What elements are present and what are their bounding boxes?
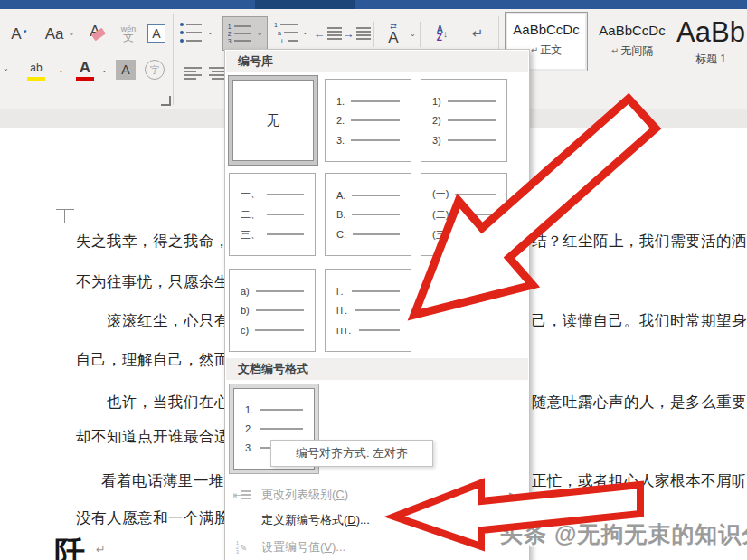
doc-line: 自己，理解自己，然而 [76, 350, 230, 370]
multilevel-list-button[interactable]: 1 a i [273, 20, 298, 45]
doc-line: 随意吐露心声的人，是多么重要！ [532, 393, 747, 413]
menu-item-set-numbering-value[interactable]: 123 ✎ 设置编号值(V)... [226, 536, 528, 559]
doc-line: 结？红尘陌上，我们需要活的洒 [532, 232, 747, 252]
separator [374, 22, 374, 47]
return-mark-icon: ↵ [531, 45, 538, 55]
numbering-cell-chinese-paren[interactable]: (一) (二) (三) [421, 173, 507, 256]
chevron-down-icon[interactable]: ⌄ [207, 29, 213, 36]
change-case-icon: Aa [45, 26, 64, 42]
text-highlight-icon: ab [30, 62, 42, 74]
word-window: A ▾ Aa ⌄ A wén 文 A ⌄ ab ⌄ A ⌄ [0, 0, 747, 560]
style-name: 标题 1 [695, 52, 726, 67]
menu-item-define-new-number-format[interactable]: 定义新编号格式(D)... [226, 508, 528, 532]
chevron-down-icon: ⌄ [69, 30, 75, 37]
separator [33, 24, 33, 47]
font-color-icon: A [80, 60, 90, 75]
chevron-down-icon[interactable]: ⌄ [58, 67, 64, 74]
title-bar [0, 0, 747, 9]
clear-formatting-button[interactable]: A [83, 20, 114, 47]
numbering-cell-lower-paren[interactable]: a) b) c) [229, 269, 316, 352]
active-ribbon-tab-highlight[interactable] [255, 0, 355, 9]
font-color-bar [76, 77, 94, 81]
margin-corner-mark [64, 209, 65, 223]
group-separator [173, 14, 174, 105]
style-card-no-spacing[interactable]: AaBbCcDc ↵无间隔 [593, 14, 671, 70]
numbering-cell-alpha[interactable]: A. B. C. [325, 173, 411, 256]
highlight-color-bar [27, 77, 45, 81]
character-shading-icon: A [116, 60, 136, 80]
phonetic-guide-char: 文 [123, 33, 134, 42]
numbered-list-icon: 1 2 3 [228, 23, 251, 45]
watermark: 头条 @无拘无束的知识分享 [500, 519, 747, 549]
numbering-cell-numeric-paren[interactable]: 1) 2) 3) [421, 79, 507, 162]
numbering-dropdown: 编号库 无 1. 2. 3. 1) 2) 3) 一、 二、 三、 A. B. C… [224, 49, 530, 560]
doc-line: 失之我幸，得之我命， [76, 232, 230, 252]
show-paragraph-marks-button[interactable]: ↵ [465, 22, 490, 45]
doc-line: 没有人愿意和一个满脸 [76, 508, 230, 528]
chevron-down-icon[interactable]: ⌄ [257, 30, 263, 37]
none-label: 无 [267, 112, 280, 129]
numbered-list-button[interactable]: 1 2 3 ⌄ [222, 16, 268, 51]
shrink-font-arrow-icon: ▾ [24, 29, 27, 34]
asian-layout-button[interactable]: ⇄ A [379, 18, 408, 49]
chevron-down-icon[interactable]: ⌄ [101, 67, 108, 74]
numbering-cell-chinese[interactable]: 一、 二、 三、 [229, 173, 316, 256]
style-sample: AaBb [676, 19, 745, 46]
decrease-indent-button[interactable]: ← [315, 22, 340, 45]
dialog-launcher-icon[interactable] [161, 96, 171, 106]
shrink-font-button[interactable]: A ▾ [4, 20, 29, 47]
margin-corner-mark [56, 209, 74, 210]
doc-line: 看着电话薄里一堆 [101, 471, 224, 491]
decrease-indent-icon: ← [314, 28, 326, 40]
numbering-cell-numeric-dot[interactable]: 1. 2. 3. [325, 79, 411, 162]
asian-layout-icon: A [388, 30, 398, 45]
tooltip-number-alignment: 编号对齐方式: 左对齐 [270, 440, 433, 467]
change-case-button[interactable]: Aa ⌄ [40, 20, 80, 47]
paragraph-mark-icon: ↵ [472, 25, 484, 42]
numbering-cell-roman[interactable]: i. ii. iii. [325, 269, 411, 352]
sort-button[interactable]: A Z ↓ [429, 20, 456, 47]
enclose-characters-icon: 字 [145, 60, 165, 80]
doc-line: 己，读懂自己。我们时常期望身边 [532, 311, 747, 331]
character-border-icon: A [147, 24, 165, 43]
align-left-button[interactable] [184, 65, 202, 81]
phonetic-guide-button[interactable]: wén 文 [116, 18, 141, 49]
style-sample: AaBbCcDc [599, 23, 665, 38]
numbering-cell-none-frame: 无 [228, 75, 318, 166]
set-numbering-value-icon: 123 ✎ [232, 541, 251, 555]
submenu-arrow-icon: ▶ [509, 490, 515, 499]
numbering-library-header: 编号库 [226, 51, 528, 72]
font-color-button[interactable]: A [71, 52, 99, 87]
sort-arrow: ↓ [443, 28, 449, 39]
numbering-cell-none[interactable]: 无 [232, 80, 314, 161]
chevron-down-icon[interactable]: ⌄ [410, 31, 416, 38]
doc-big-character: 阡 [54, 532, 85, 560]
paragraph-end-mark: ↵ [96, 543, 106, 556]
style-name: 无间隔 [620, 44, 653, 57]
character-border-button[interactable]: A [143, 20, 170, 47]
character-shading-button[interactable]: A [114, 58, 137, 81]
text-highlight-button[interactable]: ab [18, 54, 54, 87]
doc-format-header: 文档编号格式 [226, 358, 528, 380]
shrink-font-icon: A [11, 26, 21, 42]
chevron-down-icon[interactable]: ⌄ [3, 65, 9, 72]
style-card-heading1[interactable]: AaBb 标题 1 [675, 14, 747, 70]
bullet-list-button[interactable] [178, 20, 203, 45]
doc-line: 却不知道点开谁最合适 [76, 427, 230, 447]
sort-icon: A Z [437, 25, 443, 42]
return-mark-icon: ↵ [611, 46, 619, 56]
chevron-down-icon[interactable]: ⌄ [302, 29, 308, 36]
bullet-dot [180, 23, 184, 26]
doc-line: 也许，当我们在心 [107, 393, 230, 413]
doc-line: 不为往事忧，只愿余生 [76, 272, 230, 292]
enclose-characters-button[interactable]: 字 [143, 58, 166, 81]
increase-indent-button[interactable]: → [344, 22, 369, 45]
increase-indent-icon: → [343, 28, 355, 40]
style-name: 正文 [540, 43, 562, 56]
separator [420, 22, 421, 47]
doc-line: 滚滚红尘，心只有 [107, 311, 230, 331]
style-sample: AaBbCcDc [513, 22, 579, 37]
menu-item-change-list-level[interactable]: ⇤ 更改列表级别(C) ▶ [226, 483, 528, 507]
change-list-level-icon: ⇤ [232, 489, 251, 501]
doc-line: 正忙，或者担心人家根本不屑听 [532, 471, 747, 491]
